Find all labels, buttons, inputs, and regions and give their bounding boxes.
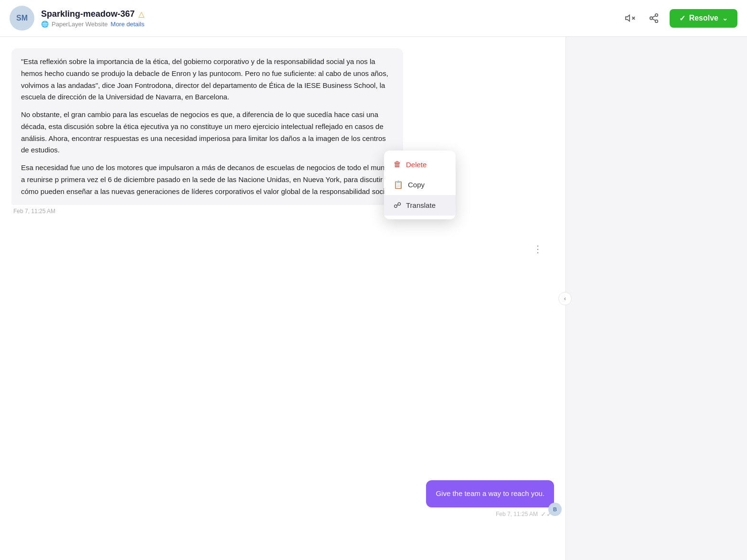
small-avatar: B — [548, 503, 562, 516]
copy-label: Copy — [408, 181, 425, 189]
message-left: "Esta reflexión sobre la importancia de … — [11, 48, 403, 215]
header-title: Sparkling-meadow-367 △ — [41, 9, 615, 19]
right-message-text: Give the team a way to reach you. — [436, 489, 544, 497]
delete-label: Delete — [406, 161, 427, 169]
dots-menu-button[interactable]: ⋮ — [529, 241, 546, 257]
website-label: PaperLayer Website — [52, 21, 108, 28]
avatar: SM — [10, 6, 34, 31]
trash-icon: 🗑 — [394, 160, 401, 169]
context-menu: 🗑 Delete 📋 Copy ☍ Translate — [384, 151, 456, 219]
message-paragraph-1: "Esta reflexión sobre la importancia de … — [21, 56, 394, 103]
message-bubble-left: "Esta reflexión sobre la importancia de … — [11, 48, 403, 205]
translate-icon: ☍ — [394, 201, 401, 210]
message-paragraph-3: Esa necesidad fue uno de los motores que… — [21, 162, 394, 197]
chat-area: "Esta reflexión sobre la importancia de … — [0, 37, 566, 560]
bottom-spacer — [0, 522, 566, 560]
svg-line-6 — [652, 19, 655, 21]
svg-line-7 — [652, 16, 655, 18]
context-menu-delete[interactable]: 🗑 Delete — [384, 154, 456, 174]
globe-icon: 🌐 — [41, 21, 49, 28]
share-button[interactable] — [646, 10, 662, 26]
right-message-time: Feb 7, 11:25 AM — [496, 511, 538, 517]
message-paragraph-2: No obstante, el gran cambio para las esc… — [21, 109, 394, 156]
right-panel: ‹ — [566, 37, 747, 560]
more-details-link[interactable]: More details — [111, 21, 145, 28]
message-right: Give the team a way to reach you. Feb 7,… — [426, 480, 554, 518]
conversation-name: Sparkling-meadow-367 — [41, 9, 135, 19]
svg-point-5 — [655, 20, 658, 22]
resolve-check-icon: ✓ — [679, 14, 685, 23]
message-bubble-right: Give the team a way to reach you. — [426, 480, 554, 507]
header-subtitle: 🌐 PaperLayer Website More details — [41, 21, 615, 28]
translate-label: Translate — [406, 201, 436, 209]
message-time-right: Feb 7, 11:25 AM ✓✓ — [496, 510, 554, 518]
panel-toggle-button[interactable]: ‹ — [558, 292, 572, 305]
messages-container: "Esta reflexión sobre la importancia de … — [0, 37, 566, 480]
svg-marker-0 — [625, 15, 629, 22]
message-right-wrapper: Give the team a way to reach you. Feb 7,… — [0, 480, 566, 522]
resolve-button[interactable]: ✓ Resolve ⌄ — [670, 9, 737, 28]
message-time-left: Feb 7, 11:25 AM — [11, 208, 55, 215]
dots-menu-row: ⋮ — [11, 241, 554, 257]
header-actions: ✓ Resolve ⌄ — [622, 9, 737, 28]
resolve-chevron-icon: ⌄ — [722, 14, 728, 22]
context-menu-translate[interactable]: ☍ Translate — [384, 195, 456, 215]
svg-point-4 — [650, 17, 652, 20]
copy-icon: 📋 — [394, 180, 403, 189]
resolve-label: Resolve — [689, 14, 718, 22]
svg-point-3 — [655, 14, 658, 16]
header: SM Sparkling-meadow-367 △ 🌐 PaperLayer W… — [0, 0, 747, 37]
warning-icon: △ — [139, 10, 144, 19]
context-menu-copy[interactable]: 📋 Copy — [384, 174, 456, 195]
main-area: "Esta reflexión sobre la importancia de … — [0, 37, 747, 560]
mute-button[interactable] — [622, 10, 638, 26]
header-info: Sparkling-meadow-367 △ 🌐 PaperLayer Webs… — [41, 9, 615, 28]
